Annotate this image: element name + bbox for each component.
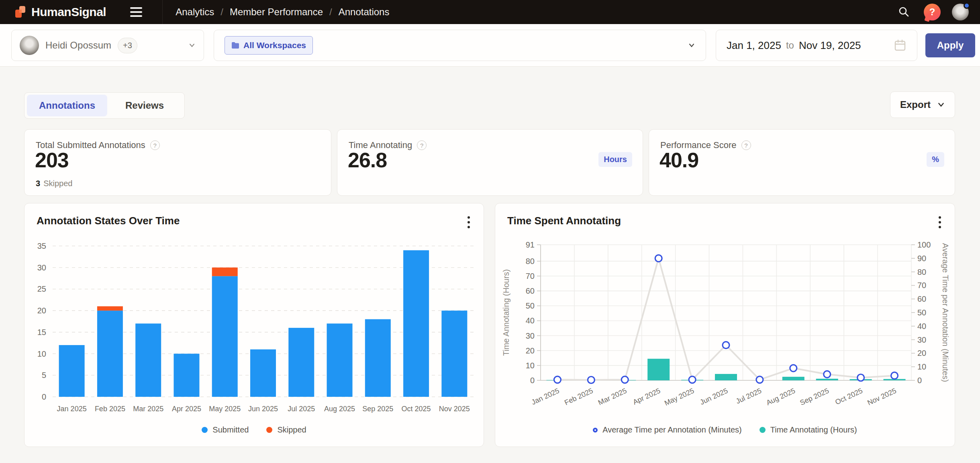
export-label: Export [900, 99, 931, 110]
svg-text:50: 50 [917, 308, 926, 317]
svg-text:0: 0 [530, 376, 535, 385]
svg-text:May 2025: May 2025 [209, 405, 241, 413]
svg-text:May 2025: May 2025 [663, 386, 695, 407]
tab-group: Annotations Reviews [24, 92, 185, 119]
kebab-menu-icon[interactable] [937, 215, 943, 230]
svg-text:0: 0 [42, 392, 46, 401]
breadcrumb: Analytics / Member Performance / Annotat… [176, 6, 389, 18]
member-avatar [20, 36, 39, 55]
avg-time-legend-ring [593, 428, 598, 433]
user-avatar[interactable] [952, 4, 969, 20]
chart-card-annotation-states: Annotation States Over Time 051015202530… [24, 203, 484, 447]
help-icon[interactable]: ? [741, 140, 751, 150]
chart-title: Time Spent Annotating [507, 215, 621, 227]
breadcrumb-separator: / [329, 6, 332, 18]
help-icon[interactable]: ? [417, 140, 427, 150]
svg-text:Mar 2025: Mar 2025 [597, 386, 628, 406]
svg-text:20: 20 [917, 349, 926, 357]
breadcrumb-member-performance[interactable]: Member Performance [230, 6, 323, 18]
tab-reviews[interactable]: Reviews [107, 95, 182, 116]
svg-text:Aug 2025: Aug 2025 [765, 386, 796, 407]
help-icon[interactable]: ? [924, 4, 941, 20]
stat-footer: 3Skipped [36, 179, 72, 188]
menu-icon[interactable] [130, 7, 142, 17]
svg-text:80: 80 [526, 257, 535, 266]
chevron-down-icon [688, 42, 695, 49]
legend-label: Time Annotating (Hours) [770, 425, 857, 435]
svg-text:Average Time per Annotation (M: Average Time per Annotation (Minutes) [941, 243, 950, 382]
brand-logo: HumanSignal [0, 5, 106, 19]
workspace-select[interactable]: All Workspaces [214, 30, 706, 61]
brand-name: HumanSignal [31, 5, 106, 19]
legend-label: Skipped [277, 425, 306, 435]
svg-text:60: 60 [917, 294, 926, 303]
svg-text:Jul 2025: Jul 2025 [288, 405, 315, 413]
kebab-menu-icon[interactable] [466, 215, 472, 230]
svg-text:Jul 2025: Jul 2025 [735, 386, 763, 405]
chart-card-time-spent: Time Spent Annotating 010203040506070809… [495, 203, 955, 447]
svg-text:Mar 2025: Mar 2025 [133, 405, 163, 413]
chart-legend: Average Time per Annotation (Minutes) Ti… [495, 425, 955, 435]
svg-text:70: 70 [526, 272, 535, 280]
svg-text:Nov 2025: Nov 2025 [866, 386, 897, 407]
legend-item-hours[interactable]: Time Annotating (Hours) [760, 425, 857, 435]
annotation-states-chart: 05101520253035Jan 2025Feb 2025Mar 2025Ap… [24, 237, 484, 422]
humansignal-logo-icon [14, 6, 27, 18]
stat-card-time-annotating: Time Annotating ? 26.8 Hours [337, 129, 643, 196]
workspace-chip[interactable]: All Workspaces [225, 36, 313, 55]
filter-bar: Heidi Opossum +3 All Workspaces Jan 1, 2… [0, 24, 980, 67]
svg-text:30: 30 [917, 335, 926, 344]
member-extra-count-badge: +3 [118, 38, 137, 53]
svg-text:40: 40 [917, 322, 926, 331]
svg-text:Oct 2025: Oct 2025 [834, 386, 864, 406]
svg-text:5: 5 [42, 371, 46, 380]
svg-text:30: 30 [526, 331, 535, 340]
svg-text:10: 10 [526, 361, 535, 370]
help-icon[interactable]: ? [150, 140, 160, 150]
breadcrumb-annotations[interactable]: Annotations [339, 6, 390, 18]
chevron-down-icon [937, 101, 945, 109]
date-range-end: Nov 19, 2025 [799, 39, 861, 52]
svg-text:Time Annotating (Hours): Time Annotating (Hours) [502, 269, 510, 356]
chart-legend: Submitted Skipped [24, 425, 484, 435]
skipped-count: 3 [36, 179, 40, 188]
stat-card-total-submitted: Total Submitted Annotations ? 203 3Skipp… [24, 129, 331, 196]
help-glyph: ? [929, 6, 935, 18]
svg-text:Sep 2025: Sep 2025 [799, 386, 830, 407]
legend-item-submitted[interactable]: Submitted [202, 425, 249, 435]
svg-text:Jan 2025: Jan 2025 [57, 405, 87, 413]
svg-text:Feb 2025: Feb 2025 [563, 386, 594, 406]
legend-label: Average Time per Annotation (Minutes) [602, 425, 741, 435]
analytics-page: HumanSignal Analytics / Member Performan… [0, 0, 980, 463]
chart-title: Annotation States Over Time [37, 215, 180, 227]
svg-text:Jan 2025: Jan 2025 [530, 386, 561, 406]
svg-text:Apr 2025: Apr 2025 [172, 405, 201, 413]
skipped-label: Skipped [43, 179, 72, 188]
breadcrumb-analytics[interactable]: Analytics [176, 6, 214, 18]
legend-item-avg-time[interactable]: Average Time per Annotation (Minutes) [593, 425, 741, 435]
svg-text:30: 30 [37, 263, 46, 272]
svg-text:15: 15 [37, 328, 46, 337]
svg-text:0: 0 [917, 376, 922, 385]
legend-item-skipped[interactable]: Skipped [266, 425, 306, 435]
svg-text:60: 60 [526, 286, 535, 295]
submitted-legend-dot [202, 427, 208, 433]
date-range-picker[interactable]: Jan 1, 2025 to Nov 19, 2025 [716, 30, 917, 61]
date-range-start: Jan 1, 2025 [727, 39, 781, 52]
member-name: Heidi Opossum [45, 40, 111, 51]
skipped-legend-dot [266, 427, 272, 433]
topbar-divider [162, 0, 163, 24]
hours-legend-dot [760, 427, 766, 433]
status-dot [964, 2, 970, 9]
search-icon[interactable] [895, 3, 913, 21]
export-button[interactable]: Export [890, 91, 955, 118]
stat-value: 40.9 [659, 148, 698, 172]
apply-button[interactable]: Apply [925, 33, 975, 57]
tab-annotations[interactable]: Annotations [27, 95, 107, 116]
breadcrumb-separator: / [220, 6, 223, 18]
member-select[interactable]: Heidi Opossum +3 [11, 30, 204, 61]
stat-value: 203 [35, 148, 69, 172]
svg-text:Apr 2025: Apr 2025 [632, 386, 662, 406]
svg-text:40: 40 [526, 316, 535, 325]
svg-text:Oct 2025: Oct 2025 [402, 405, 431, 413]
